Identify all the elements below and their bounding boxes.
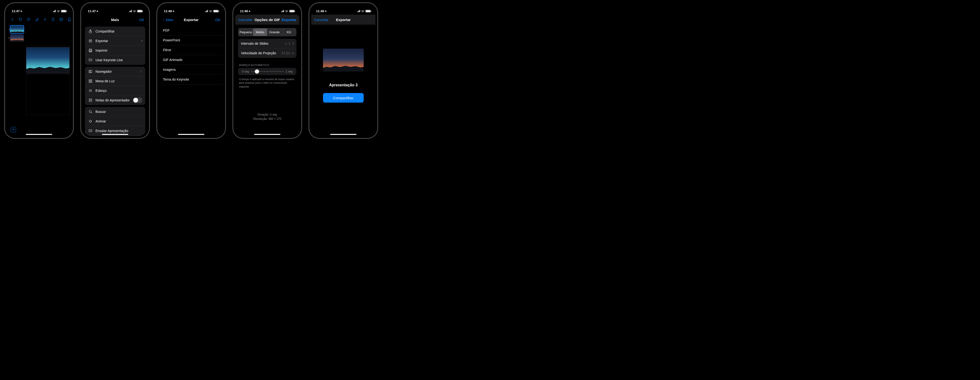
row-label: Intervalo de Slides <box>241 41 285 45</box>
chevron-right-icon <box>292 42 294 45</box>
cancel-button[interactable]: Cancelar <box>314 14 328 25</box>
export-button[interactable]: Exportar <box>282 14 296 25</box>
menu-item-print[interactable]: Imprimir <box>85 46 145 55</box>
export-preview <box>323 49 364 72</box>
export-option-theme[interactable]: Tema do Keynote <box>159 75 223 84</box>
slide-thumbnail-1[interactable] <box>10 25 24 33</box>
menu-item-presenter-notes[interactable]: Notas do Apresentador <box>85 95 145 105</box>
outline-icon <box>88 89 93 93</box>
svg-marker-33 <box>90 130 91 131</box>
back-button[interactable]: Mais <box>162 14 173 25</box>
menu-label: Exportar <box>95 39 141 43</box>
menu-item-export[interactable]: Exportar <box>85 36 145 46</box>
auto-advance-slider[interactable] <box>251 71 283 72</box>
location-icon: ➤ <box>325 10 326 13</box>
back-label: Mais <box>166 18 173 22</box>
more-button[interactable] <box>59 17 64 22</box>
menu-label: Compartilhar <box>95 29 142 33</box>
menu-item-keynote-live[interactable]: Usar Keynote Live <box>85 55 145 65</box>
svg-rect-31 <box>89 120 92 122</box>
slide-navigator: 1 2 <box>7 24 25 136</box>
phone-more-menu: 11:47➤ Mais OK Compartilhar Exportar <box>80 2 150 139</box>
phone-gif-options: 11:48➤ Cancelar Opções de GIF Exportar P… <box>232 2 302 139</box>
frame-rate-row[interactable]: Velocidade de Projeção 24 fps <box>238 48 296 58</box>
menu-label: Mesa de Luz <box>95 79 142 83</box>
home-indicator[interactable] <box>102 134 128 135</box>
share-button[interactable]: Compartilhar <box>323 93 364 103</box>
status-time: 11:47 <box>12 10 20 13</box>
menu-item-animate[interactable]: Animar <box>85 116 145 126</box>
status-time: 11:48 <box>164 10 172 13</box>
export-option-movie[interactable]: Filme <box>159 45 223 55</box>
export-option-images[interactable]: Imagens <box>159 65 223 75</box>
done-button[interactable]: OK <box>139 14 144 25</box>
cellular-icon <box>53 10 56 12</box>
wifi-icon <box>57 10 60 12</box>
svg-point-5 <box>60 19 61 20</box>
wifi-icon <box>285 10 288 12</box>
export-option-gif[interactable]: GIF Animado <box>159 55 223 65</box>
home-indicator[interactable] <box>254 134 280 135</box>
svg-rect-18 <box>90 70 92 73</box>
menu-item-remote[interactable]: Permitir Remote <box>85 135 145 136</box>
svg-point-3 <box>52 18 54 19</box>
location-icon: ➤ <box>172 10 174 13</box>
slide-thumbnail-2[interactable] <box>10 34 24 42</box>
size-option-medium[interactable]: Médio <box>253 29 267 36</box>
menu-label: Notas do Apresentador <box>95 98 133 102</box>
panel-header: Cancelar Opções de GIF Exportar <box>235 14 299 25</box>
cellular-icon <box>205 10 208 12</box>
slide-number: 2 <box>8 37 10 39</box>
size-option-large[interactable]: Grande <box>267 29 282 36</box>
menu-item-share[interactable]: Compartilhar <box>85 27 145 36</box>
slide-range-row[interactable]: Intervalo de Slides 1–2 <box>238 39 296 48</box>
play-button[interactable] <box>27 17 31 22</box>
home-indicator[interactable] <box>330 134 356 135</box>
slide-number: 1 <box>8 28 10 30</box>
export-option-pdf[interactable]: PDF <box>159 25 223 35</box>
menu-group-share: Compartilhar Exportar Imprimir Usar Keyn… <box>85 27 145 65</box>
status-time: 11:48 <box>240 10 248 13</box>
undo-button[interactable] <box>18 17 23 22</box>
status-bar: 11:47➤ <box>83 5 147 14</box>
menu-label: Usar Keynote Live <box>95 58 142 62</box>
battery-icon <box>61 10 66 13</box>
size-option-small[interactable]: Pequeno <box>239 29 253 36</box>
insert-button[interactable] <box>43 17 47 22</box>
wifi-icon <box>133 10 136 12</box>
editor-toolbar <box>7 14 71 24</box>
presenter-notes-switch[interactable] <box>133 97 142 103</box>
document-options-button[interactable] <box>67 17 71 22</box>
add-slide-button[interactable]: + <box>11 127 16 132</box>
collaborate-button[interactable] <box>51 17 55 22</box>
menu-item-search[interactable]: Buscar <box>85 107 145 116</box>
battery-icon <box>213 10 218 13</box>
row-value: 24 fps <box>282 51 290 55</box>
home-indicator[interactable] <box>178 134 204 135</box>
panel-title: Mais <box>111 18 119 22</box>
back-button[interactable] <box>10 17 14 22</box>
panel-header: Cancelar Exportar <box>311 14 375 25</box>
slider-knob[interactable] <box>255 69 259 74</box>
menu-item-lighttable[interactable]: Mesa de Luz <box>85 76 145 86</box>
animate-icon <box>88 119 93 123</box>
row-label: Velocidade de Projeção <box>241 51 282 55</box>
home-indicator[interactable] <box>26 134 52 135</box>
status-bar: 11:47 ➤ <box>7 5 71 14</box>
menu-label: Esboço <box>95 89 142 92</box>
section-header: AVANÇO AUTOMÁTICO <box>235 60 299 68</box>
menu-item-outline[interactable]: Esboço <box>85 86 145 95</box>
cancel-button[interactable]: Cancelar <box>238 14 252 25</box>
svg-rect-26 <box>89 99 92 102</box>
export-icon <box>88 39 93 43</box>
size-option-xl[interactable]: XG <box>282 29 296 36</box>
document-title: Apresentação 3 <box>329 83 358 87</box>
done-button[interactable]: OK <box>215 14 220 25</box>
slide-canvas[interactable] <box>25 24 71 136</box>
location-icon: ➤ <box>248 10 250 13</box>
export-option-powerpoint[interactable]: PowerPoint <box>159 35 223 45</box>
status-time: 11:47 <box>88 10 96 13</box>
menu-item-navigator[interactable]: Navegador ✓ <box>85 67 145 76</box>
format-button[interactable] <box>35 17 39 22</box>
size-segmented-control[interactable]: Pequeno Médio Grande XG <box>238 28 296 37</box>
